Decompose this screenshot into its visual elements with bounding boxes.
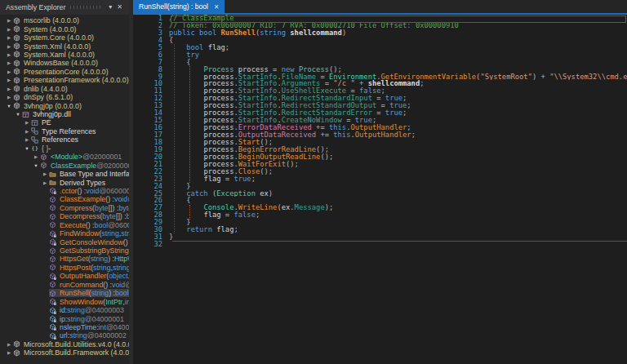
close-icon[interactable]: ✕ (114, 0, 125, 15)
tree-item[interactable]: ShowWindow(IntPtr, int) : bool @0600000F (0, 297, 129, 305)
tree-item[interactable]: ▶Microsoft.Build.Framework (4.0.0.0) (0, 348, 129, 357)
tree-item[interactable]: OutputHandler(object, DataReceivedEventA… (0, 272, 129, 280)
tree-item[interactable]: url : string @04000002 (0, 331, 129, 340)
dnspy-window: Assembly Explorer ▾ ✕ ▶mscorlib (4.0.0.0… (0, 0, 627, 364)
tree-item[interactable]: ▶PresentationCore (4.0.0.0) (0, 68, 129, 76)
method-icon (49, 247, 57, 255)
tree-item[interactable]: FindWindow(string, string) : IntPtr @060… (0, 229, 129, 237)
expander-collapsed-icon[interactable]: ▶ (32, 154, 40, 159)
panel-drag-grip[interactable] (70, 6, 101, 9)
tree-item[interactable]: GetConsoleWindow() : IntPtr @0600000E (0, 237, 129, 246)
expander-collapsed-icon[interactable]: ▶ (5, 350, 13, 355)
tree-item[interactable]: ip : string @04000001 (0, 314, 129, 322)
code-line: 1// ClassExample (133, 15, 627, 22)
tree-item[interactable]: ▼3vhngj0p.dll (0, 110, 129, 118)
panel-header: Assembly Explorer ▾ ✕ (0, 0, 129, 15)
expander-collapsed-icon[interactable]: ▶ (5, 342, 13, 347)
code-editor[interactable]: 1// ClassExample2// Token: 0x06000007 RI… (133, 15, 627, 364)
tree-item[interactable]: ▶<Module> @02000001 (0, 153, 129, 161)
tree-item[interactable]: ClassExample() : void @06000001 (0, 195, 129, 203)
expander-collapsed-icon[interactable]: ▶ (23, 137, 31, 142)
tree-item-label: RunShell (60, 289, 89, 297)
tree-item-label: string (69, 331, 87, 340)
expander-collapsed-icon[interactable]: ▶ (41, 180, 49, 185)
tree-item[interactable]: ▶mscorlib (4.0.0.0) (0, 16, 129, 24)
tree-item-label: string (67, 315, 85, 323)
tree-item[interactable]: runCommand() : void @06000003 (0, 281, 129, 289)
expander-expanded-icon[interactable]: ▼ (14, 112, 22, 117)
code-line: 28 flag = false; (133, 211, 627, 219)
tree-item[interactable]: id : string @04000003 (0, 306, 129, 314)
tree-item[interactable]: Compress(byte[]) : byte[] @0600000B (0, 204, 129, 212)
expander-collapsed-icon[interactable]: ▶ (5, 27, 13, 32)
expander-collapsed-icon[interactable]: ▶ (5, 52, 13, 57)
code-text (169, 241, 627, 248)
expander-collapsed-icon[interactable]: ▶ (5, 44, 13, 49)
tab-runshell[interactable]: RunShell(string) : bool ✕ (133, 0, 225, 13)
tree-item[interactable]: .cctor() : void @06000011 (0, 187, 129, 195)
folder-icon (49, 179, 57, 186)
tree-item-label: System.Core (4.0.0.0) (24, 33, 94, 42)
tree-item[interactable]: ▶Type References (0, 127, 129, 135)
tree-item[interactable]: ▶System.Xml (4.0.0.0) (0, 42, 129, 50)
tree-item[interactable]: Execute() : bool @06000004 (0, 221, 129, 229)
tree-item[interactable]: HttpsGet(string) : HttpWebResponse @0600… (0, 255, 129, 263)
tree-item[interactable]: nsleepTime : int @04000004 (0, 323, 129, 331)
expander-collapsed-icon[interactable]: ▶ (5, 69, 13, 74)
expander-collapsed-icon[interactable]: ▶ (5, 60, 13, 65)
tree-item-label: () : (103, 281, 112, 289)
tree-item[interactable]: ▶Derived Types (0, 178, 129, 186)
expander-collapsed-icon[interactable]: ▶ (23, 120, 31, 125)
tree-item[interactable]: ▶dnSpy (6.5.1.0) (0, 93, 129, 101)
code-line: 29 } (133, 219, 627, 226)
tree-item[interactable]: ▼3vhngj0p (0.0.0.0) (0, 101, 129, 109)
tree-item[interactable]: ▶dnlib (4.4.0.0) (0, 85, 129, 93)
tree-item-label: IntPtr (105, 298, 122, 306)
expander-collapsed-icon[interactable]: ▶ (5, 78, 13, 82)
tree-item[interactable]: ▶System.Core (4.0.0.0) (0, 33, 129, 42)
tree-item[interactable]: ▶PresentationFramework (4.0.0.0) (0, 76, 129, 84)
tree-item[interactable]: ▼{}{ } - (0, 144, 129, 153)
tree-item-content: Compress(byte[]) : byte[] @0600000B (49, 204, 129, 212)
tree-item-label: string (113, 264, 129, 272)
code-line: 32 (133, 241, 627, 248)
tree-item[interactable]: GetSubstringByString(string, string) : s… (0, 246, 129, 255)
tab-close-icon[interactable]: ✕ (214, 3, 219, 11)
tree-item-label: []) : (116, 212, 127, 220)
code-line: 2// Token: 0x06000007 RID: 7 RVA: 0x0000… (133, 22, 627, 29)
tree-item-content: mscorlib (4.0.0.0) (13, 16, 129, 24)
expander-collapsed-icon[interactable]: ▶ (5, 18, 13, 23)
tree-item[interactable]: HttpsPost(string, string) : HttpWebRespo… (0, 264, 129, 272)
code-line: 22 process.Close(); (133, 168, 627, 175)
expander-collapsed-icon[interactable]: ▶ (5, 35, 13, 40)
tree-item[interactable]: RunShell(string) : bool @06000007 (0, 289, 129, 297)
expander-collapsed-icon[interactable]: ▶ (5, 87, 13, 91)
code-line: 30 return flag; (133, 226, 627, 233)
tree-item[interactable]: ▶System (4.0.0.0) (0, 24, 129, 33)
tree-item-content: nsleepTime : int @04000004 (49, 323, 129, 331)
tree-item[interactable]: ▶References (0, 135, 129, 144)
tree-item-content: Microsoft.Build.Framework (4.0.0.0) (13, 348, 129, 357)
tree-item[interactable]: Decompress(byte[]) : byte[] @0600000C (0, 212, 129, 220)
expander-expanded-icon[interactable]: ▼ (23, 146, 31, 151)
expander-expanded-icon[interactable]: ▼ (5, 104, 13, 109)
tree-item[interactable]: ▶WindowsBase (4.0.0.0) (0, 59, 129, 67)
method-private-icon (49, 298, 57, 305)
tree-item[interactable]: ▶Base Type and Interfaces (0, 170, 129, 178)
pin-dropdown-icon[interactable]: ▾ (106, 0, 114, 15)
tree-item-label: string (101, 229, 119, 237)
assembly-tree[interactable]: ▶mscorlib (4.0.0.0)▶System (4.0.0.0)▶Sys… (0, 15, 129, 364)
tree-item[interactable]: ▼ClassExample @02000002 (0, 161, 129, 169)
expander-collapsed-icon[interactable]: ▶ (23, 129, 31, 134)
tree-item-label: void (114, 195, 127, 203)
tree-item[interactable]: ▶System.Xaml (4.0.0.0) (0, 51, 129, 59)
tree-item-content: ClassExample() : void @06000001 (49, 195, 129, 203)
expander-collapsed-icon[interactable]: ▶ (41, 171, 49, 176)
expander-expanded-icon[interactable]: ▼ (32, 163, 40, 168)
code-line: 23 flag = true; (133, 175, 627, 183)
line-number: 7 (133, 59, 169, 66)
tree-item-label: ip (60, 315, 65, 323)
tree-item[interactable]: ▶Microsoft.Build.Utilities.v4.0 (4.0.0.0… (0, 340, 129, 348)
expander-collapsed-icon[interactable]: ▶ (5, 95, 13, 100)
tree-item[interactable]: ▶PE (0, 118, 129, 127)
